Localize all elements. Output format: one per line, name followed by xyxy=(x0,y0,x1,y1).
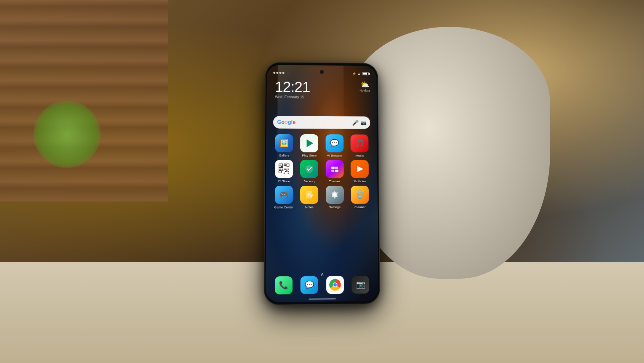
settings-icon xyxy=(326,185,344,203)
cleaner-icon: 🗑️ xyxy=(351,185,369,203)
mi-video-icon xyxy=(351,160,369,178)
notes-label: Notes xyxy=(305,205,314,209)
themes-icon xyxy=(326,160,344,178)
mi-store-label: IY Store xyxy=(278,179,289,183)
svg-rect-25 xyxy=(284,172,285,173)
svg-rect-2 xyxy=(281,164,282,166)
home-indicator[interactable] xyxy=(309,298,336,300)
google-search-bar[interactable]: Google 🎤 📷 xyxy=(273,116,370,129)
weather-text: No data xyxy=(360,89,370,92)
svg-rect-4 xyxy=(281,166,282,167)
security-icon xyxy=(300,160,318,178)
svg-marker-31 xyxy=(358,166,364,172)
app-themes[interactable]: Themes xyxy=(323,160,346,183)
app-game-center[interactable]: 🎮 Game Center xyxy=(272,186,296,209)
music-label: Music xyxy=(356,153,364,157)
wood-shelving xyxy=(0,0,168,201)
svg-rect-24 xyxy=(288,171,289,172)
search-input-area xyxy=(298,122,350,123)
app-settings[interactable]: Settings xyxy=(323,185,346,209)
battery-fill xyxy=(363,73,367,75)
svg-rect-5 xyxy=(284,164,285,165)
messages-app-icon: 💬 xyxy=(301,276,318,294)
svg-rect-10 xyxy=(285,165,286,166)
status-right: ⚡ ▲ xyxy=(352,72,370,75)
svg-rect-16 xyxy=(282,170,283,171)
app-grid: 🖼️ Gallery Play Store 💬 Mi Browser xyxy=(271,134,373,212)
camera-app-icon: 📷 xyxy=(352,275,370,293)
security-label: Security xyxy=(304,179,315,183)
dock: 📞 💬 📷 xyxy=(271,274,373,296)
smartphone: ··· ⚡ ▲ 12:21 Wed, February 15 xyxy=(264,62,380,305)
weather-icon: ⛅ xyxy=(360,80,369,89)
settings-label: Settings xyxy=(329,205,340,209)
app-gallery[interactable]: 🖼️ Gallery xyxy=(273,134,296,157)
app-mi-store[interactable]: IY Store xyxy=(272,160,296,183)
status-dot-2 xyxy=(276,72,278,74)
dock-messages[interactable]: 💬 xyxy=(301,276,318,294)
svg-rect-6 xyxy=(285,164,286,165)
dock-phone[interactable]: 📞 xyxy=(275,276,292,294)
cleaner-label: Cleaner xyxy=(355,205,366,209)
google-logo: Google xyxy=(277,119,296,125)
music-icon: 🎵 xyxy=(351,134,369,152)
svg-rect-19 xyxy=(286,168,287,169)
status-more-icon: ··· xyxy=(287,71,290,75)
svg-rect-23 xyxy=(286,171,287,172)
gallery-icon: 🖼️ xyxy=(275,134,293,152)
mi-browser-icon: 💬 xyxy=(325,134,343,152)
svg-rect-17 xyxy=(284,168,285,169)
svg-rect-18 xyxy=(285,168,286,169)
status-left: ··· xyxy=(273,71,290,75)
app-play-store[interactable]: Play Store xyxy=(298,134,321,157)
svg-rect-8 xyxy=(287,164,289,166)
lens-search-icon[interactable]: 📷 xyxy=(361,120,366,125)
svg-rect-29 xyxy=(331,170,334,172)
gallery-label: Gallery xyxy=(279,153,289,157)
phone-app-icon: 📞 xyxy=(275,276,292,294)
play-store-label: Play Store xyxy=(302,153,317,157)
bluetooth-icon: ⚡ xyxy=(352,72,356,75)
weather-widget[interactable]: ⛅ No data xyxy=(360,80,370,92)
app-mi-video[interactable]: Mi Video xyxy=(348,160,371,183)
svg-rect-12 xyxy=(280,168,281,169)
svg-rect-20 xyxy=(288,169,289,170)
app-music[interactable]: 🎵 Music xyxy=(348,134,371,157)
status-dots xyxy=(273,72,284,74)
svg-rect-22 xyxy=(285,171,286,172)
app-cleaner[interactable]: 🗑️ Cleaner xyxy=(348,185,371,209)
plant xyxy=(34,101,101,168)
dock-chrome[interactable] xyxy=(326,276,344,294)
app-notes[interactable]: Notes xyxy=(298,185,321,209)
clock-date: Wed, February 15 xyxy=(275,95,310,99)
svg-rect-21 xyxy=(286,170,287,171)
battery-body xyxy=(362,72,369,75)
app-mi-browser[interactable]: 💬 Mi Browser xyxy=(323,134,346,157)
battery-icon xyxy=(362,72,370,75)
app-security[interactable]: Security xyxy=(298,160,321,183)
svg-rect-3 xyxy=(279,166,281,167)
svg-rect-30 xyxy=(335,170,338,172)
svg-rect-13 xyxy=(282,168,283,169)
status-dot-3 xyxy=(279,72,281,74)
app-row-1: 🖼️ Gallery Play Store 💬 Mi Browser xyxy=(271,134,372,157)
status-dot-4 xyxy=(282,72,284,74)
notes-icon xyxy=(300,185,318,203)
svg-rect-1 xyxy=(279,164,281,165)
phone-screen[interactable]: ··· ⚡ ▲ 12:21 Wed, February 15 xyxy=(265,65,378,302)
svg-rect-9 xyxy=(284,165,285,166)
voice-search-icon[interactable]: 🎤 xyxy=(352,119,359,126)
themes-label: Themes xyxy=(329,179,340,183)
app-row-3: 🎮 Game Center xyxy=(271,185,373,209)
mi-browser-label: Mi Browser xyxy=(327,153,342,157)
phone-wrapper: ··· ⚡ ▲ 12:21 Wed, February 15 xyxy=(264,62,380,305)
app-row-2: IY Store Security xyxy=(271,160,372,183)
mi-video-label: Mi Video xyxy=(354,179,366,183)
status-dot-1 xyxy=(273,72,275,74)
front-camera xyxy=(320,70,324,74)
svg-rect-27 xyxy=(331,167,335,169)
battery-tip xyxy=(369,73,370,74)
signal-icon: ▲ xyxy=(358,72,361,75)
dock-camera[interactable]: 📷 xyxy=(352,275,370,293)
svg-rect-0 xyxy=(278,163,283,168)
